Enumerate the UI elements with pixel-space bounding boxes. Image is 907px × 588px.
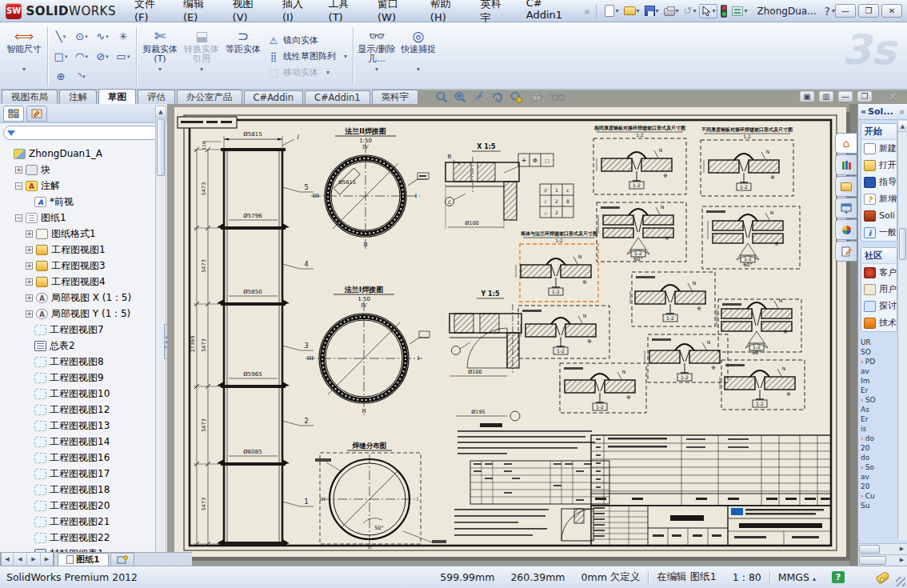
tree-item[interactable]: +A局部视图 X (1 : 5) <box>0 290 167 306</box>
tree-item[interactable]: +图纸格式1 <box>0 226 167 242</box>
convert-entities-button[interactable]: ⬓ 转换实体引用 ▾ <box>181 24 222 89</box>
prev-sheet-button[interactable]: ◀ <box>14 553 27 566</box>
tree-item[interactable]: +工程图视图4 <box>0 274 167 290</box>
tree-item[interactable]: 工程图视图7 <box>0 322 167 338</box>
polygon-tool-button[interactable]: ⊕ <box>50 66 71 86</box>
drawing-sheet[interactable]: 5473547354735473547327369110Ø5815Ø5796Ø5… <box>168 104 857 566</box>
tree-expander[interactable]: + <box>26 278 33 286</box>
zoom-to-area-icon[interactable] <box>454 91 466 103</box>
task-pane-link[interactable]: 指导 <box>861 174 897 190</box>
ribbon-tab-办公室产品[interactable]: 办公室产品 <box>177 90 242 104</box>
tree-item[interactable]: +A局部视图 Y (1 : 5) <box>0 306 167 322</box>
microphone-icon[interactable]: ⌕ <box>585 6 590 17</box>
next-sheet-button[interactable]: ▶ <box>27 553 41 566</box>
rotate-view-icon[interactable] <box>491 91 504 103</box>
previous-view-icon[interactable] <box>473 91 485 103</box>
restore-button[interactable]: ❐ <box>858 4 879 18</box>
trim-entities-button[interactable]: ✄ 剪裁实体(T) ▾ <box>139 24 181 89</box>
linear-pattern-button[interactable]: ⣿线性草图阵列▾ <box>264 49 350 64</box>
save-button[interactable]: ▾ <box>643 5 661 17</box>
smart-dimension-button[interactable]: ⟺ 智能尺寸 ▾ <box>3 24 45 89</box>
new-document-button[interactable]: ▾ <box>603 4 620 18</box>
tree-item[interactable]: 工程图视图13 <box>0 418 167 434</box>
ellipse-tool-button[interactable]: ⊘▾ <box>92 46 113 66</box>
design-library-tab[interactable] <box>835 154 857 175</box>
tree-item[interactable]: 总表2 <box>0 338 167 354</box>
task-pane-link[interactable]: 探讨 <box>861 298 897 314</box>
feed-line[interactable]: ›SO <box>861 395 897 405</box>
offset-entities-button[interactable]: ⊃ 等距实体 <box>222 24 264 89</box>
tree-expander[interactable]: + <box>26 294 33 302</box>
ribbon-tab-英科宇[interactable]: 英科宇 <box>372 90 419 104</box>
tree-item[interactable]: 工程图视图22 <box>0 530 167 546</box>
tree-expander[interactable]: + <box>26 310 33 318</box>
doc-close-button[interactable]: ✕ <box>888 90 897 103</box>
line-tool-button[interactable]: ╲▾ <box>50 26 71 46</box>
cascade-windows-icon[interactable]: ▣ <box>800 91 814 102</box>
minimize-button[interactable]: — <box>835 4 856 18</box>
feed-line[interactable]: ›PD <box>861 357 897 366</box>
move-entities-button[interactable]: ⬚移动实体▾ <box>264 65 350 80</box>
section-title[interactable]: 社区 <box>861 248 897 264</box>
feed-line[interactable]: Er <box>861 414 897 424</box>
close-button[interactable]: ✕ <box>881 4 902 18</box>
graphics-area[interactable]: 5473547354735473547327369110Ø5815Ø5796Ø5… <box>168 104 857 566</box>
tree-item[interactable]: 工程图视图18 <box>0 482 167 498</box>
feed-line[interactable]: SO <box>861 347 897 357</box>
ribbon-tab-C#Addin1[interactable]: C#Addin1 <box>305 90 370 104</box>
tree-item[interactable]: −A注解 <box>0 178 167 194</box>
file-explorer-tab[interactable] <box>835 176 857 197</box>
ribbon-tab-视图布局[interactable]: 视图布局 <box>2 90 58 104</box>
display-delete-relations-button[interactable]: 👓 显示/删除几... ▾ <box>356 24 398 89</box>
tree-item[interactable]: 工程图视图16 <box>0 450 167 466</box>
custom-properties-tab[interactable] <box>835 241 857 262</box>
mirror-entities-button[interactable]: ⚠镜向实体 <box>264 33 350 48</box>
tree-expander[interactable]: + <box>15 166 22 174</box>
tag-icon[interactable] <box>876 570 891 584</box>
scrollbar-thumb[interactable] <box>157 118 165 176</box>
scroll-up-icon[interactable]: ▲ <box>156 106 166 118</box>
chevron-down-icon[interactable]: ▾ <box>344 53 347 60</box>
view-palette-tab[interactable] <box>835 198 857 218</box>
help-icon[interactable]: ? <box>825 5 830 18</box>
ribbon-tab-注解[interactable]: 注解 <box>59 90 97 104</box>
tree-item[interactable]: −图纸1 <box>0 210 167 226</box>
feed-line[interactable]: is <box>861 424 897 434</box>
task-pane-link[interactable]: Soli <box>861 207 897 224</box>
tree-expander[interactable]: + <box>26 230 33 238</box>
ribbon-tab-C#Addin[interactable]: C#Addin <box>244 90 303 104</box>
tree-expander[interactable]: − <box>15 182 22 190</box>
resize-grip[interactable] <box>896 577 905 586</box>
display-style-icon[interactable] <box>529 91 544 103</box>
task-pane-hscroll-2[interactable]: ▶ <box>858 554 907 566</box>
tree-item[interactable]: 工程图视图12 <box>0 402 167 418</box>
feed-line[interactable]: Im <box>861 376 897 386</box>
tree-item[interactable]: +块 <box>0 162 167 178</box>
tree-expander[interactable]: + <box>26 262 33 270</box>
tree-item[interactable]: 工程图视图20 <box>0 498 167 514</box>
feed-line[interactable]: UR <box>861 338 897 347</box>
tree-item[interactable]: +工程图视图1 <box>0 242 167 258</box>
first-sheet-button[interactable]: ◀ <box>0 553 14 566</box>
scroll-up-icon[interactable]: ▲ <box>898 121 907 132</box>
slot-tool-button[interactable]: ▭▾ <box>113 46 134 66</box>
feed-line[interactable]: As <box>861 405 897 414</box>
pin-icon[interactable]: ⌕ <box>900 106 905 117</box>
tree-item[interactable]: ZhongDuan1_A <box>0 146 167 162</box>
feed-line[interactable]: do <box>861 453 897 462</box>
feature-tree-tab[interactable] <box>3 106 24 122</box>
scroll-right-icon[interactable]: ▶ <box>897 555 907 566</box>
tree-item[interactable]: +工程图视图3 <box>0 258 167 274</box>
task-pane-link[interactable]: 新建 <box>861 140 897 157</box>
point-tool-button[interactable]: ✳ <box>113 26 134 46</box>
tree-item[interactable]: 工程图视图14 <box>0 434 167 450</box>
sheet-tab-active[interactable]: 图纸1 <box>58 553 109 566</box>
task-pane-link[interactable]: 打开 <box>861 157 897 174</box>
tree-filter-input[interactable] <box>3 126 161 140</box>
tree-item[interactable]: 工程图视图17 <box>0 466 167 482</box>
hide-show-items-icon[interactable] <box>550 91 566 103</box>
scroll-right-icon[interactable]: ▶ <box>897 544 907 554</box>
print-button[interactable]: ▾ <box>662 5 681 17</box>
ribbon-tab-草图[interactable]: 草图 <box>98 89 136 104</box>
task-pane-link[interactable]: i一般 <box>861 224 897 241</box>
